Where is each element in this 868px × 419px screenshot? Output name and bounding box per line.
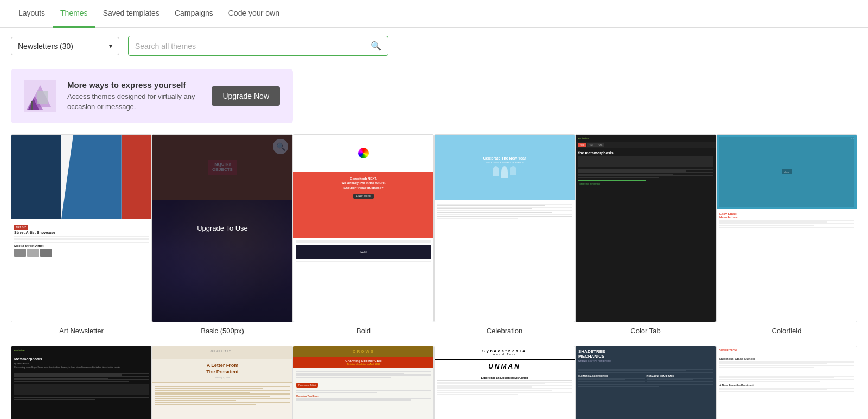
promo-text: More ways to express yourself Access the… — [67, 80, 201, 111]
theme-thumb-easy-reader[interactable]: emissive Metamorphosis by Franz Kafka On… — [11, 346, 152, 419]
search-input[interactable] — [135, 42, 371, 50]
theme-basic-500px: INQUIRYOBJECTS 🔍 Upgrade To Use Basic (5… — [152, 134, 293, 335]
toolbar: Newsletters (30) ▾ 🔍 — [0, 28, 868, 64]
theme-elegant: GENERITECH A Letter FromThe President Ja… — [152, 346, 293, 419]
theme-celebration: Celebrate The New Year INVITATION/CALEND… — [434, 134, 575, 335]
theme-indoor-sports: CROWS Charming Booster Club Athletics Ne… — [293, 346, 434, 419]
theme-color-tab: emissive RED TAB TAB the metamorphosis — [575, 134, 716, 335]
tab-layouts[interactable]: Layouts — [11, 0, 53, 28]
theme-thumb-colorfield[interactable]: 2.5 [ photo ] Easy EmailNewsletters — [716, 134, 857, 322]
tab-saved-templates[interactable]: Saved templates — [95, 0, 167, 28]
theme-easy-reader: emissive Metamorphosis by Franz Kafka On… — [11, 346, 152, 419]
upgrade-to-use-overlay: Upgrade To Use — [152, 135, 292, 322]
theme-thumb-bold[interactable]: Generitech NEXT.We already live in the f… — [293, 134, 434, 322]
nav-tabs: Layouts Themes Saved templates Campaigns… — [0, 0, 868, 28]
theme-label-colorfield: Colorfield — [772, 327, 802, 335]
promo-title: More ways to express yourself — [67, 80, 201, 90]
promo-banner: More ways to express yourself Access the… — [11, 69, 293, 123]
theme-line-art: SynaesthesiA World Tour UNMAN Experience… — [434, 346, 575, 419]
theme-thumb-elegant[interactable]: GENERITECH A Letter FromThe President Ja… — [152, 346, 293, 419]
tab-themes[interactable]: Themes — [53, 0, 95, 28]
theme-label-art-newsletter: Art Newsletter — [59, 327, 104, 335]
theme-minimal: GENERITECH Business Class Bundle A Note … — [716, 346, 857, 419]
theme-label-bold: Bold — [356, 327, 371, 335]
theme-label-basic-500px: Basic (500px) — [201, 327, 244, 335]
theme-colorfield: 2.5 [ photo ] Easy EmailNewsletters — [716, 134, 857, 335]
theme-thumb-basic-500px[interactable]: INQUIRYOBJECTS 🔍 Upgrade To Use — [152, 134, 293, 322]
promo-image — [24, 80, 56, 112]
theme-bold: Generitech NEXT.We already live in the f… — [293, 134, 434, 335]
theme-label-celebration: Celebration — [487, 327, 523, 335]
search-icon[interactable]: 🔍 — [371, 41, 381, 51]
tab-code-your-own[interactable]: Code your own — [221, 0, 287, 28]
theme-thumb-minimal[interactable]: GENERITECH Business Class Bundle A Note … — [716, 346, 857, 419]
theme-thumb-color-tab[interactable]: emissive RED TAB TAB the metamorphosis — [575, 134, 716, 322]
category-dropdown[interactable]: Newsletters (30) ▾ — [11, 37, 119, 55]
theme-thumb-mechanical[interactable]: SHADETREEMECHANICS WRENCHING TIPS FOR DI… — [575, 346, 716, 419]
themes-grid: ART BIZ Street Artist Showcase Meet a St… — [0, 134, 868, 419]
chevron-down-icon: ▾ — [109, 42, 112, 50]
dropdown-label: Newsletters (30) — [18, 42, 73, 50]
theme-mechanical: SHADETREEMECHANICS WRENCHING TIPS FOR DI… — [575, 346, 716, 419]
svg-rect-3 — [37, 91, 48, 104]
upgrade-button[interactable]: Upgrade Now — [212, 86, 280, 106]
theme-art-newsletter: ART BIZ Street Artist Showcase Meet a St… — [11, 134, 152, 335]
theme-thumb-art-newsletter[interactable]: ART BIZ Street Artist Showcase Meet a St… — [11, 134, 152, 322]
search-box: 🔍 — [128, 36, 388, 56]
tab-campaigns[interactable]: Campaigns — [167, 0, 221, 28]
theme-thumb-indoor-sports[interactable]: CROWS Charming Booster Club Athletics Ne… — [293, 346, 434, 419]
theme-thumb-line-art[interactable]: SynaesthesiA World Tour UNMAN Experience… — [434, 346, 575, 419]
promo-description: Access themes designed for virtually any… — [67, 92, 201, 111]
theme-label-color-tab: Color Tab — [630, 327, 660, 335]
theme-thumb-celebration[interactable]: Celebrate The New Year INVITATION/CALEND… — [434, 134, 575, 322]
